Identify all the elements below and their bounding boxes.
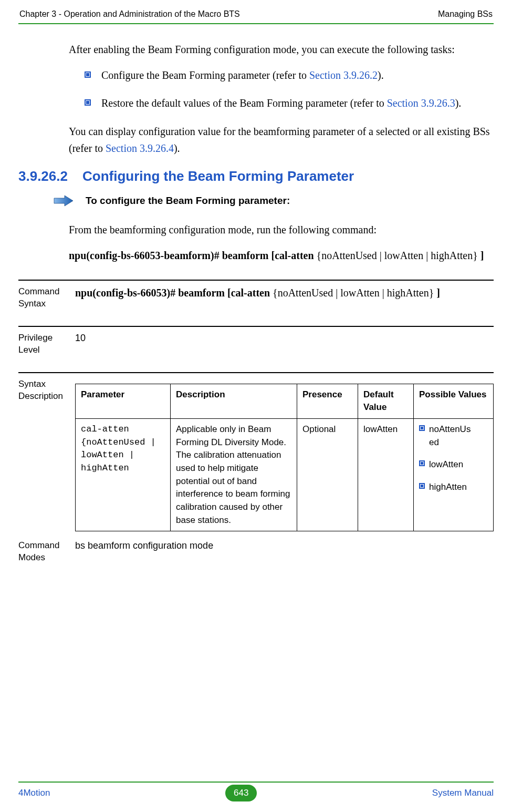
square-bullet-icon [419,425,425,431]
xref-link[interactable]: Section 3.9.26.3 [387,97,455,109]
def-row-modes: Command Modes bs beamform configuration … [18,537,494,580]
footer-rule [18,782,494,783]
text: Configure the Beam Forming parameter (re… [101,69,309,81]
cmd-bold: npu(config-bs-66053)# beamform [cal-atte… [75,287,273,299]
bullet-text: Configure the Beam Forming parameter (re… [101,67,384,84]
def-body: Parameter Description Presence Default V… [75,377,494,531]
text: noAttenUs [429,424,471,434]
list-item: lowAtten [419,458,488,471]
def-body: npu(config-bs-66053)# beamform [cal-atte… [75,285,494,301]
footer-left: 4Motion [18,788,50,798]
procedure-label: To configure the Beam Forming parameter: [86,195,290,207]
cmd-args: {noAttenUsed | lowAtten | highAtten} [317,250,478,261]
bullet-text: Restore the default values of the Beam F… [101,95,461,111]
footer-right: System Manual [432,788,494,798]
col-presence: Presence [297,384,358,418]
def-row-syntax-desc: Syntax Description Parameter Description… [18,372,494,537]
def-label: Privilege Level [18,331,69,356]
pv-text: highAtten [429,481,467,494]
def-row-syntax: Command Syntax npu(config-bs-66053)# bea… [18,280,494,326]
section-title: Configuring the Beam Forming Parameter [82,168,354,184]
text: ed [429,437,439,447]
def-label: Command Modes [18,539,69,564]
def-label: Command Syntax [18,285,69,310]
col-description: Description [171,384,297,418]
section-heading: 3.9.26.2 Configuring the Beam Forming Pa… [18,168,494,184]
text: ). [378,69,384,81]
cmd-bold: npu(config-bs-66053-beamform)# beamform … [69,250,317,261]
definition-block: Command Syntax npu(config-bs-66053)# bea… [69,280,494,580]
pv-text: noAttenUsed [429,423,471,449]
cmd-args: {noAttenUsed | lowAtten | highAtten} [273,287,434,299]
xref-link[interactable]: Section 3.9.26.2 [309,69,378,81]
section-number: 3.9.26.2 [18,168,68,184]
cmd-bold: ] [478,250,484,261]
square-bullet-icon [85,71,91,78]
command-text: npu(config-bs-66053-beamform)# beamform … [69,248,494,264]
square-bullet-icon [85,99,91,106]
intro-para: After enabling the Beam Forming configur… [69,41,494,58]
page-number: 643 [225,785,257,801]
page-header: Chapter 3 - Operation and Administration… [18,9,494,21]
table-header-row: Parameter Description Presence Default V… [76,384,494,418]
xref-link[interactable]: Section 3.9.26.4 [106,142,174,154]
bullet-list: Configure the Beam Forming parameter (re… [69,67,494,111]
def-label: Syntax Description [18,377,69,403]
procedure-header: To configure the Beam Forming parameter: [53,195,494,207]
cell-default: lowAtten [358,419,414,531]
cell-parameter: cal-atten {noAttenUsed | lowAtten | high… [76,419,171,531]
procedure-line: From the beamforming configuration mode,… [69,221,494,238]
header-left: Chapter 3 - Operation and Administration… [19,9,240,19]
square-bullet-icon [419,460,425,466]
cell-presence: Optional [297,419,358,531]
cell-description: Applicable only in Beam Forming DL Diver… [171,419,297,531]
col-default: Default Value [358,384,414,418]
def-body: 10 [75,331,494,345]
intro-para-2: You can display configuration value for … [69,123,494,157]
def-body: bs beamform configuration mode [75,539,494,553]
col-parameter: Parameter [76,384,171,418]
def-row-privilege: Privilege Level 10 [18,326,494,372]
list-item: noAttenUsed [419,423,488,449]
list-item: Configure the Beam Forming parameter (re… [85,67,494,84]
arrow-right-icon [53,195,74,207]
table-row: cal-atten {noAttenUsed | lowAtten | high… [76,419,494,531]
header-right: Managing BSs [438,9,493,19]
cell-possible-values: noAttenUsed lowAtten highA [414,419,494,531]
list-item: highAtten [419,481,488,494]
text: Restore the default values of the Beam F… [101,97,387,109]
syntax-table: Parameter Description Presence Default V… [75,384,494,531]
list-item: Restore the default values of the Beam F… [85,95,494,111]
text: ). [174,142,180,154]
svg-marker-0 [54,196,73,206]
square-bullet-icon [419,483,425,489]
text: ). [455,97,462,109]
cmd-bold: ] [434,287,440,299]
page-footer: 4Motion 643 System Manual [18,785,494,801]
col-possible: Possible Values [414,384,494,418]
pv-text: lowAtten [429,458,463,471]
